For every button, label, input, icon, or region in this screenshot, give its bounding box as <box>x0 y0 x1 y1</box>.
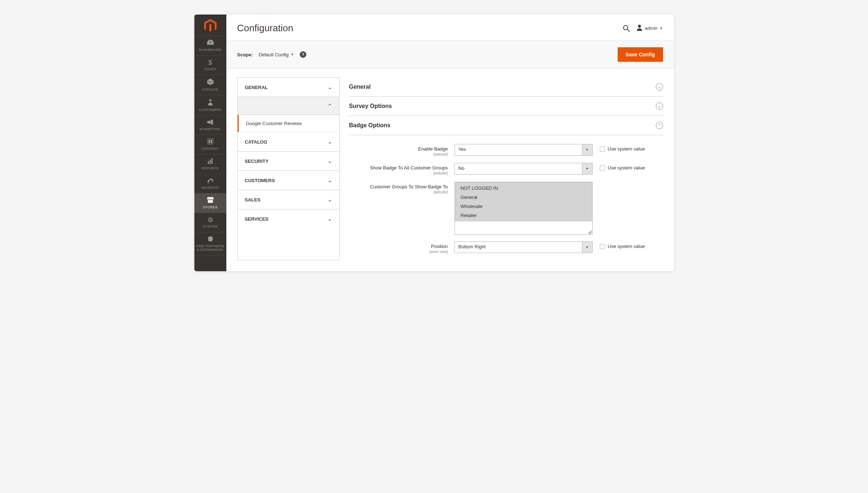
section-header-survey[interactable]: Survey Options ⌄ <box>349 97 663 116</box>
header-actions: admin ▼ <box>623 24 663 32</box>
section-header-general[interactable]: General ⌄ <box>349 77 663 97</box>
config-subitem-label: Google Customer Reviews <box>246 121 302 126</box>
multiselect-option[interactable]: Wholesale <box>455 202 592 211</box>
sidebar-item-dashboard[interactable]: DASHBOARD <box>194 36 226 55</box>
config-tab-label: SALES <box>245 197 261 203</box>
sidebar-item-marketing[interactable]: MARKETING <box>194 115 226 135</box>
position-select[interactable]: Bottom Right ▼ <box>455 241 593 253</box>
field-label: Position [store view] <box>349 241 455 254</box>
sidebar-item-stores[interactable]: STORES <box>194 193 226 213</box>
page-title: Configuration <box>237 23 294 34</box>
config-nav: GENERAL ⌄ ⌃ Google Customer Reviews CATA… <box>237 77 340 260</box>
sidebar-label: MAGEFAN <box>202 186 219 189</box>
multiselect-option[interactable]: Retailer <box>455 211 592 220</box>
svg-line-8 <box>627 29 630 32</box>
user-label: admin <box>645 25 657 31</box>
sidebar-item-magefan[interactable]: MAGEFAN <box>194 174 226 193</box>
svg-rect-3 <box>211 140 212 143</box>
caret-down-icon: ▼ <box>582 144 592 155</box>
gear-icon: ⚙ <box>207 217 213 223</box>
sidebar-label: STORES <box>203 205 218 209</box>
sidebar-label: CUSTOMERS <box>199 108 222 112</box>
field-position: Position [store view] Bottom Right ▼ Use… <box>349 241 663 254</box>
enable-badge-select[interactable]: Yes ▼ <box>455 144 593 156</box>
section-header-badge[interactable]: Badge Options ⌃ <box>349 116 663 135</box>
checkbox-label: Use system value <box>608 165 645 171</box>
search-icon[interactable] <box>623 25 630 32</box>
magefan-icon <box>207 178 214 184</box>
sidebar-item-system[interactable]: ⚙ SYSTEM <box>194 213 226 232</box>
help-icon[interactable]: ? <box>300 51 306 58</box>
magento-logo[interactable] <box>203 19 217 33</box>
caret-down-icon: ▼ <box>660 27 663 30</box>
svg-rect-6 <box>211 158 213 164</box>
config-tab-services[interactable]: SERVICES ⌄ <box>238 209 339 228</box>
multiselect-option[interactable]: General <box>455 193 592 202</box>
config-tab-label: SERVICES <box>245 216 269 222</box>
config-tab-label: SECURITY <box>245 159 269 164</box>
svg-rect-1 <box>207 139 213 144</box>
field-control: No ▼ <box>455 163 593 175</box>
config-content: GENERAL ⌄ ⌃ Google Customer Reviews CATA… <box>226 69 674 271</box>
dollar-icon: $ <box>208 59 212 66</box>
chart-icon <box>207 158 213 165</box>
config-tab-customers[interactable]: CUSTOMERS ⌄ <box>238 171 339 190</box>
field-control: Bottom Right ▼ <box>455 241 593 253</box>
checkbox[interactable] <box>600 244 605 249</box>
label-text: Position <box>431 244 448 249</box>
sidebar-item-reports[interactable]: REPORTS <box>194 154 226 174</box>
sidebar-label: REPORTS <box>202 167 219 170</box>
svg-point-7 <box>623 25 628 30</box>
sidebar-item-sales[interactable]: $ SALES <box>194 55 226 75</box>
config-tab-catalog[interactable]: CATALOG ⌄ <box>238 132 339 152</box>
svg-point-0 <box>209 99 211 101</box>
use-system-value[interactable]: Use system value <box>600 144 645 152</box>
field-label: Customer Groups To Show Badge To [websit… <box>349 182 455 194</box>
save-config-button[interactable]: Save Config <box>618 47 663 62</box>
field-control: NOT LOGGED IN General Wholesale Retailer <box>455 182 593 235</box>
multiselect-option[interactable]: NOT LOGGED IN <box>455 184 592 193</box>
label-text: Enable Badge <box>418 146 448 152</box>
config-tab-sales[interactable]: SALES ⌄ <box>238 190 339 209</box>
select-value: Bottom Right <box>455 242 582 253</box>
config-tab-security[interactable]: SECURITY ⌄ <box>238 152 339 171</box>
chevron-down-icon: ⌄ <box>328 158 332 164</box>
customer-groups-multiselect[interactable]: NOT LOGGED IN General Wholesale Retailer <box>455 182 593 235</box>
config-tab-general[interactable]: GENERAL ⌄ <box>238 78 339 97</box>
sidebar-label: CONTENT <box>202 147 219 151</box>
user-icon <box>637 24 642 32</box>
config-subitem-google-reviews[interactable]: Google Customer Reviews <box>238 115 339 132</box>
user-menu[interactable]: admin ▼ <box>637 24 663 32</box>
chevron-down-icon: ⌄ <box>328 216 332 222</box>
use-system-value[interactable]: Use system value <box>600 163 645 171</box>
sidebar-label: SYSTEM <box>203 225 217 228</box>
sidebar-item-customers[interactable]: CUSTOMERS <box>194 95 226 115</box>
chevron-down-icon: ⌄ <box>328 197 332 203</box>
sidebar-label: FIND PARTNERS & EXTENSIONS <box>196 244 225 252</box>
label-text: Show Badge To All Customer Groups <box>370 165 448 171</box>
field-show-all-groups: Show Badge To All Customer Groups [websi… <box>349 163 663 175</box>
megaphone-icon <box>207 119 214 126</box>
app-window: DASHBOARD $ SALES CATALOG CUSTOMERS MARK… <box>194 15 674 271</box>
section-title: Badge Options <box>349 122 391 129</box>
sidebar-item-content[interactable]: CONTENT <box>194 135 226 154</box>
scope-left: Scope: Default Config ▼ ? <box>237 51 307 58</box>
badge-options-form: Enable Badge [website] Yes ▼ Use system … <box>349 135 663 254</box>
scope-label: Scope: <box>237 52 253 57</box>
checkbox-label: Use system value <box>608 146 645 152</box>
use-system-value[interactable]: Use system value <box>600 241 645 249</box>
scope-hint: [website] <box>349 171 448 175</box>
checkbox-label: Use system value <box>608 244 645 249</box>
checkbox[interactable] <box>600 147 605 152</box>
show-all-groups-select[interactable]: No ▼ <box>455 163 593 175</box>
dashboard-icon <box>207 40 214 47</box>
puzzle-icon <box>207 236 213 243</box>
sidebar-item-catalog[interactable]: CATALOG <box>194 75 226 95</box>
sidebar-item-partners[interactable]: FIND PARTNERS & EXTENSIONS <box>194 232 226 256</box>
config-tab-expanded[interactable]: ⌃ <box>238 97 339 115</box>
svg-rect-2 <box>209 140 210 143</box>
caret-down-icon: ▼ <box>291 53 294 56</box>
scope-select[interactable]: Default Config ▼ <box>259 52 294 57</box>
checkbox[interactable] <box>600 165 605 171</box>
field-label: Enable Badge [website] <box>349 144 455 156</box>
